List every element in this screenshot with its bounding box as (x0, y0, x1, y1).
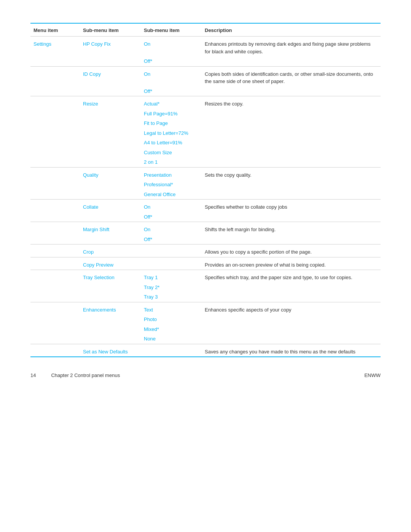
menu-item: Settings (30, 37, 80, 57)
submenu-item-1: Resize (80, 96, 141, 109)
submenu-item-1: Margin Shift (80, 222, 141, 235)
menu-item (30, 324, 80, 334)
description (202, 283, 381, 292)
description: Saves any changes you have made to this … (202, 344, 381, 356)
submenu-item-1 (80, 324, 141, 334)
col-header-submenu2: Sub-menu item (141, 24, 202, 37)
submenu-item-1: ID Copy (80, 66, 141, 86)
bottom-border (30, 356, 381, 357)
menu-item (30, 96, 80, 109)
submenu-item-1: Collate (80, 200, 141, 212)
menu-item (30, 270, 80, 283)
description (202, 235, 381, 244)
footer-page-number: 14 (30, 372, 36, 378)
submenu-item-2: Photo (141, 315, 202, 324)
description: Provides an on-screen preview of what is… (202, 257, 381, 270)
submenu-item-2: On (141, 200, 202, 212)
footer-left: 14 Chapter 2 Control panel menus (30, 372, 120, 378)
submenu-item-1 (80, 109, 141, 119)
submenu-item-2: Tray 3 (141, 292, 202, 302)
submenu-item-1 (80, 86, 141, 96)
submenu-item-2 (141, 344, 202, 356)
submenu-item-2: General Office (141, 190, 202, 200)
submenu-item-2: Professional* (141, 180, 202, 190)
submenu-item-2: A4 to Letter=91% (141, 138, 202, 148)
description: Copies both sides of identification card… (202, 66, 381, 86)
submenu-item-1 (80, 56, 141, 66)
menu-item (30, 334, 80, 344)
menu-item (30, 212, 80, 222)
submenu-item-1 (80, 148, 141, 158)
menu-item (30, 315, 80, 324)
submenu-item-2: Mixed* (141, 324, 202, 334)
submenu-item-2: Tray 2* (141, 283, 202, 292)
submenu-item-2: Off* (141, 235, 202, 244)
submenu-item-2 (141, 244, 202, 257)
submenu-item-1 (80, 118, 141, 128)
submenu-item-2: Tray 1 (141, 270, 202, 283)
description (202, 148, 381, 158)
menu-item (30, 66, 80, 86)
description (202, 334, 381, 344)
submenu-item-2: 2 on 1 (141, 157, 202, 167)
submenu-item-2: On (141, 37, 202, 57)
description (202, 190, 381, 200)
menu-item (30, 344, 80, 356)
submenu-item-2: None (141, 334, 202, 344)
submenu-item-1: Copy Preview (80, 257, 141, 270)
submenu-item-2: Actual* (141, 96, 202, 109)
menu-item (30, 257, 80, 270)
menu-item (30, 235, 80, 244)
description: Enhances specific aspects of your copy (202, 302, 381, 315)
col-header-menu-item: Menu item (30, 24, 80, 37)
submenu-item-2: Full Page=91% (141, 109, 202, 119)
footer-chapter: Chapter 2 Control panel menus (51, 372, 120, 378)
submenu-item-2: Custom Size (141, 148, 202, 158)
submenu-item-2: Legal to Letter=72% (141, 128, 202, 138)
description: Specifies which tray, and the paper size… (202, 270, 381, 283)
submenu-item-1 (80, 334, 141, 344)
submenu-item-1 (80, 138, 141, 148)
submenu-item-1 (80, 235, 141, 244)
description (202, 118, 381, 128)
menu-item (30, 200, 80, 212)
menu-item (30, 157, 80, 167)
submenu-item-1 (80, 212, 141, 222)
menu-item (30, 180, 80, 190)
description (202, 212, 381, 222)
description (202, 324, 381, 334)
submenu-item-2: Presentation (141, 167, 202, 180)
menu-item (30, 148, 80, 158)
menu-item (30, 167, 80, 180)
submenu-item-1: HP Copy Fix (80, 37, 141, 57)
description: Enhances printouts by removing dark edge… (202, 37, 381, 57)
description: Shifts the left margin for binding. (202, 222, 381, 235)
description (202, 86, 381, 96)
submenu-item-1 (80, 283, 141, 292)
description (202, 292, 381, 302)
submenu-item-1: Set as New Defaults (80, 344, 141, 356)
submenu-item-1 (80, 292, 141, 302)
submenu-item-1: Enhancements (80, 302, 141, 315)
menu-item (30, 128, 80, 138)
submenu-item-2: Text (141, 302, 202, 315)
submenu-item-2: On (141, 222, 202, 235)
menu-item (30, 244, 80, 257)
description (202, 109, 381, 119)
description: Resizes the copy. (202, 96, 381, 109)
submenu-item-2: Off* (141, 86, 202, 96)
submenu-item-1 (80, 315, 141, 324)
menu-item (30, 138, 80, 148)
submenu-item-1 (80, 128, 141, 138)
menu-item (30, 222, 80, 235)
menu-item (30, 86, 80, 96)
main-table: Menu item Sub-menu item Sub-menu item De… (30, 24, 381, 356)
col-header-description: Description (202, 24, 381, 37)
submenu-item-1 (80, 180, 141, 190)
menu-item (30, 118, 80, 128)
menu-item (30, 283, 80, 292)
menu-item (30, 302, 80, 315)
footer-enww: ENWW (364, 372, 381, 378)
submenu-item-2 (141, 257, 202, 270)
col-header-submenu1: Sub-menu item (80, 24, 141, 37)
